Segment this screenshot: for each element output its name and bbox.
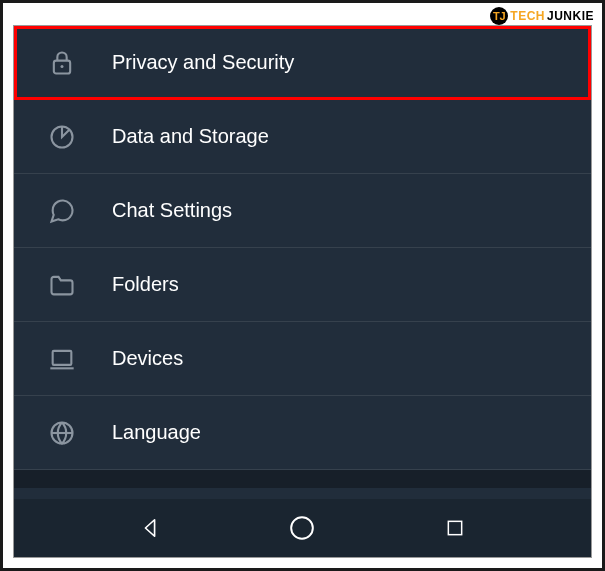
settings-item-label: Folders [112,273,179,296]
laptop-icon [48,345,76,373]
section-separator [14,470,591,488]
pie-chart-icon [48,123,76,151]
recent-icon [445,518,465,538]
settings-item-privacy-security[interactable]: Privacy and Security [14,26,591,100]
settings-item-label: Privacy and Security [112,51,294,74]
settings-item-folders[interactable]: Folders [14,248,591,322]
navigation-bar [14,499,591,557]
settings-list: Privacy and Security Data and Storage Ch… [14,26,591,499]
settings-item-data-storage[interactable]: Data and Storage [14,100,591,174]
settings-item-label: Devices [112,347,183,370]
settings-item-label: Chat Settings [112,199,232,222]
lock-icon [48,49,76,77]
svg-rect-8 [448,521,461,534]
svg-rect-3 [53,350,72,364]
watermark-logo-text: TJ [493,10,506,22]
watermark-logo: TJ [490,7,508,25]
svg-point-7 [292,517,314,539]
svg-point-1 [60,64,63,67]
settings-item-label: Language [112,421,201,444]
chat-icon [48,197,76,225]
settings-item-label: Data and Storage [112,125,269,148]
watermark-text-tech: TECH [510,9,545,23]
app-screen: Privacy and Security Data and Storage Ch… [13,25,592,558]
settings-item-chat-settings[interactable]: Chat Settings [14,174,591,248]
watermark: TJ TECHJUNKIE [490,7,594,25]
settings-item-devices[interactable]: Devices [14,322,591,396]
folder-icon [48,271,76,299]
globe-icon [48,419,76,447]
back-icon [139,517,161,539]
home-button[interactable] [278,504,326,552]
settings-item-language[interactable]: Language [14,396,591,470]
home-icon [289,515,315,541]
watermark-text-junkie: JUNKIE [547,9,594,23]
back-button[interactable] [126,504,174,552]
next-section-peek [14,488,591,499]
recent-apps-button[interactable] [431,504,479,552]
